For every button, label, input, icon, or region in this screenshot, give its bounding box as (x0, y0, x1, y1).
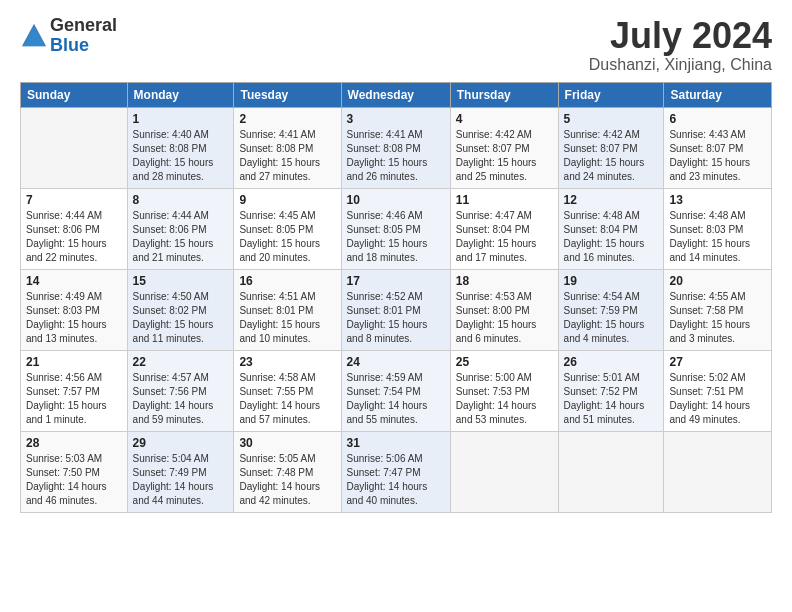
calendar-cell: 14Sunrise: 4:49 AMSunset: 8:03 PMDayligh… (21, 269, 128, 350)
main-title: July 2024 (589, 16, 772, 56)
calendar-cell: 9Sunrise: 4:45 AMSunset: 8:05 PMDaylight… (234, 188, 341, 269)
day-info: Sunrise: 4:50 AMSunset: 8:02 PMDaylight:… (133, 290, 229, 346)
day-info: Sunrise: 4:49 AMSunset: 8:03 PMDaylight:… (26, 290, 122, 346)
day-info: Sunrise: 5:06 AMSunset: 7:47 PMDaylight:… (347, 452, 445, 508)
day-info: Sunrise: 4:53 AMSunset: 8:00 PMDaylight:… (456, 290, 553, 346)
day-number: 12 (564, 193, 659, 207)
calendar-day-header: Thursday (450, 82, 558, 107)
day-number: 27 (669, 355, 766, 369)
day-info: Sunrise: 4:51 AMSunset: 8:01 PMDaylight:… (239, 290, 335, 346)
calendar-cell: 18Sunrise: 4:53 AMSunset: 8:00 PMDayligh… (450, 269, 558, 350)
day-number: 13 (669, 193, 766, 207)
title-block: July 2024 Dushanzi, Xinjiang, China (589, 16, 772, 74)
day-info: Sunrise: 4:46 AMSunset: 8:05 PMDaylight:… (347, 209, 445, 265)
day-number: 8 (133, 193, 229, 207)
calendar-cell: 25Sunrise: 5:00 AMSunset: 7:53 PMDayligh… (450, 350, 558, 431)
calendar-cell: 15Sunrise: 4:50 AMSunset: 8:02 PMDayligh… (127, 269, 234, 350)
day-info: Sunrise: 5:03 AMSunset: 7:50 PMDaylight:… (26, 452, 122, 508)
calendar-cell: 27Sunrise: 5:02 AMSunset: 7:51 PMDayligh… (664, 350, 772, 431)
calendar-cell (21, 107, 128, 188)
day-number: 17 (347, 274, 445, 288)
calendar-cell: 3Sunrise: 4:41 AMSunset: 8:08 PMDaylight… (341, 107, 450, 188)
logo-blue: Blue (50, 36, 117, 56)
header: General Blue July 2024 Dushanzi, Xinjian… (20, 16, 772, 74)
calendar-cell: 1Sunrise: 4:40 AMSunset: 8:08 PMDaylight… (127, 107, 234, 188)
day-number: 28 (26, 436, 122, 450)
day-info: Sunrise: 5:05 AMSunset: 7:48 PMDaylight:… (239, 452, 335, 508)
calendar-cell: 17Sunrise: 4:52 AMSunset: 8:01 PMDayligh… (341, 269, 450, 350)
calendar-cell: 5Sunrise: 4:42 AMSunset: 8:07 PMDaylight… (558, 107, 664, 188)
day-info: Sunrise: 4:43 AMSunset: 8:07 PMDaylight:… (669, 128, 766, 184)
calendar-cell (450, 431, 558, 512)
calendar-day-header: Tuesday (234, 82, 341, 107)
calendar-week-row: 21Sunrise: 4:56 AMSunset: 7:57 PMDayligh… (21, 350, 772, 431)
day-info: Sunrise: 4:45 AMSunset: 8:05 PMDaylight:… (239, 209, 335, 265)
day-info: Sunrise: 4:55 AMSunset: 7:58 PMDaylight:… (669, 290, 766, 346)
calendar-cell: 12Sunrise: 4:48 AMSunset: 8:04 PMDayligh… (558, 188, 664, 269)
page: General Blue July 2024 Dushanzi, Xinjian… (0, 0, 792, 612)
day-number: 18 (456, 274, 553, 288)
calendar-cell: 6Sunrise: 4:43 AMSunset: 8:07 PMDaylight… (664, 107, 772, 188)
day-number: 19 (564, 274, 659, 288)
day-info: Sunrise: 5:00 AMSunset: 7:53 PMDaylight:… (456, 371, 553, 427)
logo-text: General Blue (50, 16, 117, 56)
logo-general: General (50, 16, 117, 36)
day-info: Sunrise: 5:02 AMSunset: 7:51 PMDaylight:… (669, 371, 766, 427)
calendar-day-header: Friday (558, 82, 664, 107)
calendar-week-row: 28Sunrise: 5:03 AMSunset: 7:50 PMDayligh… (21, 431, 772, 512)
calendar-cell: 4Sunrise: 4:42 AMSunset: 8:07 PMDaylight… (450, 107, 558, 188)
day-number: 21 (26, 355, 122, 369)
calendar-week-row: 14Sunrise: 4:49 AMSunset: 8:03 PMDayligh… (21, 269, 772, 350)
calendar-cell: 19Sunrise: 4:54 AMSunset: 7:59 PMDayligh… (558, 269, 664, 350)
calendar-day-header: Monday (127, 82, 234, 107)
day-number: 29 (133, 436, 229, 450)
day-number: 14 (26, 274, 122, 288)
day-number: 4 (456, 112, 553, 126)
calendar-cell: 28Sunrise: 5:03 AMSunset: 7:50 PMDayligh… (21, 431, 128, 512)
calendar-day-header: Sunday (21, 82, 128, 107)
day-number: 9 (239, 193, 335, 207)
day-info: Sunrise: 4:44 AMSunset: 8:06 PMDaylight:… (133, 209, 229, 265)
day-number: 22 (133, 355, 229, 369)
calendar-cell: 24Sunrise: 4:59 AMSunset: 7:54 PMDayligh… (341, 350, 450, 431)
day-number: 7 (26, 193, 122, 207)
day-info: Sunrise: 4:41 AMSunset: 8:08 PMDaylight:… (239, 128, 335, 184)
subtitle: Dushanzi, Xinjiang, China (589, 56, 772, 74)
day-number: 2 (239, 112, 335, 126)
calendar-day-header: Saturday (664, 82, 772, 107)
day-number: 5 (564, 112, 659, 126)
day-info: Sunrise: 5:01 AMSunset: 7:52 PMDaylight:… (564, 371, 659, 427)
day-info: Sunrise: 4:58 AMSunset: 7:55 PMDaylight:… (239, 371, 335, 427)
calendar-cell: 11Sunrise: 4:47 AMSunset: 8:04 PMDayligh… (450, 188, 558, 269)
calendar-cell: 26Sunrise: 5:01 AMSunset: 7:52 PMDayligh… (558, 350, 664, 431)
day-info: Sunrise: 4:41 AMSunset: 8:08 PMDaylight:… (347, 128, 445, 184)
calendar-cell (664, 431, 772, 512)
day-info: Sunrise: 4:40 AMSunset: 8:08 PMDaylight:… (133, 128, 229, 184)
day-info: Sunrise: 4:52 AMSunset: 8:01 PMDaylight:… (347, 290, 445, 346)
day-number: 1 (133, 112, 229, 126)
day-info: Sunrise: 4:48 AMSunset: 8:04 PMDaylight:… (564, 209, 659, 265)
calendar-cell: 13Sunrise: 4:48 AMSunset: 8:03 PMDayligh… (664, 188, 772, 269)
calendar-day-header: Wednesday (341, 82, 450, 107)
day-number: 16 (239, 274, 335, 288)
logo-icon (20, 22, 48, 50)
day-info: Sunrise: 5:04 AMSunset: 7:49 PMDaylight:… (133, 452, 229, 508)
day-info: Sunrise: 4:42 AMSunset: 8:07 PMDaylight:… (564, 128, 659, 184)
calendar-cell: 2Sunrise: 4:41 AMSunset: 8:08 PMDaylight… (234, 107, 341, 188)
calendar-week-row: 7Sunrise: 4:44 AMSunset: 8:06 PMDaylight… (21, 188, 772, 269)
day-info: Sunrise: 4:47 AMSunset: 8:04 PMDaylight:… (456, 209, 553, 265)
calendar-cell: 23Sunrise: 4:58 AMSunset: 7:55 PMDayligh… (234, 350, 341, 431)
calendar-cell: 21Sunrise: 4:56 AMSunset: 7:57 PMDayligh… (21, 350, 128, 431)
day-info: Sunrise: 4:57 AMSunset: 7:56 PMDaylight:… (133, 371, 229, 427)
day-info: Sunrise: 4:54 AMSunset: 7:59 PMDaylight:… (564, 290, 659, 346)
calendar-cell: 8Sunrise: 4:44 AMSunset: 8:06 PMDaylight… (127, 188, 234, 269)
calendar-cell: 22Sunrise: 4:57 AMSunset: 7:56 PMDayligh… (127, 350, 234, 431)
day-number: 26 (564, 355, 659, 369)
calendar-cell: 31Sunrise: 5:06 AMSunset: 7:47 PMDayligh… (341, 431, 450, 512)
calendar-cell: 7Sunrise: 4:44 AMSunset: 8:06 PMDaylight… (21, 188, 128, 269)
day-number: 24 (347, 355, 445, 369)
day-number: 11 (456, 193, 553, 207)
day-number: 3 (347, 112, 445, 126)
calendar-cell: 16Sunrise: 4:51 AMSunset: 8:01 PMDayligh… (234, 269, 341, 350)
day-number: 20 (669, 274, 766, 288)
